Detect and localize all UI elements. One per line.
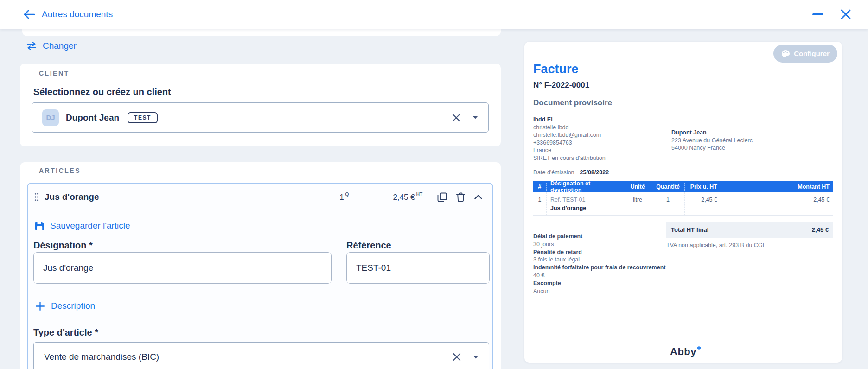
row-reference: Ref. TEST-01: [550, 197, 620, 203]
sender-line: France: [533, 146, 606, 154]
invoice-title: Facture: [533, 62, 579, 76]
duplicate-icon[interactable]: [437, 192, 447, 202]
issue-date-label: Date d'émission: [533, 169, 574, 177]
swap-icon: [26, 42, 37, 50]
recipient-line: 223 Avenue du Général Leclerc: [671, 137, 753, 145]
row-designation: Ref. TEST-01 Jus d'orange: [547, 192, 624, 215]
article-header: Jus d'orange 1Q 2,45 €HT: [28, 184, 492, 210]
window-controls: [812, 9, 851, 20]
term-value: 40 €: [533, 272, 666, 280]
term-label: Escompte: [533, 280, 666, 287]
client-field-label: Sélectionnez ou créez un client: [33, 87, 171, 97]
article-amount: 2,45 €HT: [393, 192, 422, 202]
issue-date-row: Date d'émission 25/08/2022: [533, 169, 609, 177]
invoice-table-row: 1 Ref. TEST-01 Jus d'orange litre 1 2,45…: [533, 192, 833, 216]
invoice-number: N° F-2022-0001: [533, 81, 589, 90]
client-section-label: CLIENT: [39, 70, 70, 77]
app-window: Autres documents Changer CLIENT Sélectio…: [0, 0, 868, 388]
col-header-designation: Désignation et description: [547, 183, 624, 191]
drag-handle-icon[interactable]: [34, 192, 39, 202]
col-header-unit-price: Prix u. HT: [685, 183, 721, 191]
clear-type-icon[interactable]: [453, 353, 461, 361]
term-value: 30 jours: [533, 241, 666, 248]
recipient-name: Dupont Jean: [671, 129, 753, 137]
quantity-unit-suffix: Q: [345, 192, 349, 197]
delete-icon[interactable]: [456, 192, 465, 202]
change-link[interactable]: Changer: [26, 41, 77, 51]
col-header-unit: Unité: [624, 183, 651, 191]
article-title: Jus d'orange: [45, 192, 99, 202]
plus-icon: [36, 302, 45, 311]
client-test-badge: TEST: [128, 112, 158, 123]
total-label: Total HT final: [671, 226, 708, 233]
save-article-label[interactable]: Sauvegarder l'article: [50, 221, 130, 231]
article-type-value: Vente de marchandises (BIC): [44, 352, 159, 362]
invoice-status: Document provisoire: [533, 98, 612, 108]
save-icon: [35, 222, 44, 230]
change-link-label[interactable]: Changer: [43, 41, 77, 51]
configure-button-label[interactable]: Configurer: [794, 50, 830, 57]
invoice-preview-panel: Configurer Facture N° F-2022-0001 Docume…: [524, 42, 842, 363]
col-header-quantity: Quantité: [651, 183, 685, 191]
back-link-label[interactable]: Autres documents: [42, 9, 113, 19]
abby-logo: Abby: [524, 346, 842, 358]
total-band: Total HT final 2,45 €: [666, 222, 833, 238]
vat-note: TVA non applicable, art. 293 B du CGI: [666, 242, 764, 248]
row-designation-name: Jus d'orange: [550, 205, 620, 211]
row-amount: 2,45 €: [721, 192, 833, 215]
top-bar: Autres documents: [0, 0, 868, 29]
sender-line: christelle.lbdd@gmail.com: [533, 131, 606, 139]
client-name: Dupont Jean: [66, 113, 119, 123]
footer-bar: Finaliser Brouillon: [0, 369, 868, 388]
row-index: 1: [533, 192, 547, 215]
clear-client-icon[interactable]: [452, 114, 460, 122]
back-arrow-icon[interactable]: [23, 9, 35, 19]
sender-line: christelle lbdd: [533, 124, 606, 132]
palette-icon: [781, 50, 790, 58]
chevron-down-icon[interactable]: [472, 116, 478, 119]
back-link[interactable]: Autres documents: [23, 9, 113, 19]
sender-line: +33669854763: [533, 139, 606, 147]
save-article-link[interactable]: Sauvegarder l'article: [35, 221, 130, 231]
invoice-table-header: # Désignation et description Unité Quant…: [533, 181, 833, 192]
article-type-select[interactable]: Vente de marchandises (BIC): [33, 342, 489, 369]
reference-label: Référence: [346, 240, 391, 251]
col-header-index: #: [533, 183, 547, 191]
configure-button[interactable]: Configurer: [773, 45, 837, 63]
client-avatar: DJ: [42, 109, 59, 126]
amount-ht-suffix: HT: [416, 192, 422, 197]
collapse-article-icon[interactable]: [474, 195, 482, 199]
close-icon[interactable]: [840, 9, 851, 20]
sender-line: SIRET en cours d'attribution: [533, 154, 606, 162]
term-label: Délai de paiement: [533, 233, 666, 241]
row-quantity: 1: [651, 192, 685, 215]
client-card: CLIENT Sélectionnez ou créez un client D…: [20, 64, 501, 146]
client-select[interactable]: DJ Dupont Jean TEST: [32, 102, 489, 133]
add-description-link[interactable]: Description: [36, 301, 95, 311]
issue-date-value: 25/08/2022: [580, 169, 609, 177]
sender-block: Ibdd El christelle lbdd christelle.lbdd@…: [533, 116, 606, 162]
sender-name: Ibdd El: [533, 116, 606, 124]
invoice-table: # Désignation et description Unité Quant…: [533, 181, 833, 216]
term-label: Indemnité forfaitaire pour frais de reco…: [533, 264, 666, 272]
designation-label: Désignation *: [33, 240, 93, 251]
chevron-down-icon[interactable]: [473, 356, 479, 359]
article-quantity: 1Q: [339, 192, 349, 202]
minimize-icon[interactable]: [812, 13, 823, 15]
term-value: Aucun: [533, 287, 666, 295]
articles-card: ARTICLES Jus d'orange 1Q 2,45 €HT: [20, 162, 501, 369]
row-unit: litre: [624, 192, 651, 215]
term-label: Pénalité de retard: [533, 248, 666, 256]
add-description-label[interactable]: Description: [51, 301, 95, 311]
payment-terms-block: Délai de paiement 30 jours Pénalité de r…: [533, 233, 666, 295]
designation-input[interactable]: [33, 252, 332, 284]
article-item: Jus d'orange 1Q 2,45 €HT: [27, 183, 493, 369]
reference-input[interactable]: [346, 252, 490, 284]
col-header-amount: Montant HT: [721, 183, 833, 191]
recipient-block: Dupont Jean 223 Avenue du Général Lecler…: [671, 129, 753, 152]
term-value: 3 fois le taux légal: [533, 256, 666, 264]
total-value: 2,45 €: [812, 226, 829, 233]
article-type-label: Type d'article *: [33, 327, 98, 338]
articles-section-label: ARTICLES: [39, 167, 81, 174]
row-unit-price: 2,45 €: [685, 192, 721, 215]
